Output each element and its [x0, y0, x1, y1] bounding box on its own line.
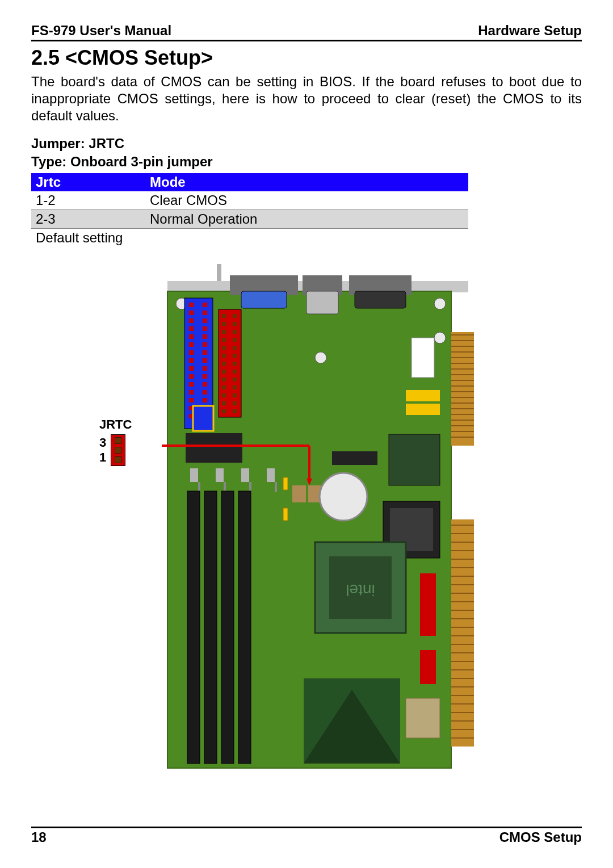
svg-rect-154 [406, 698, 440, 738]
svg-rect-73 [203, 342, 207, 347]
jrtc-pin3-label: 3 [99, 435, 107, 450]
svg-rect-135 [238, 491, 251, 764]
svg-rect-76 [189, 358, 194, 363]
svg-rect-56 [241, 291, 287, 308]
svg-rect-137 [283, 508, 288, 521]
svg-rect-103 [222, 354, 226, 358]
jrtc-pin1-label: 1 [99, 450, 107, 465]
board-diagram: JRTC 3 1 [31, 258, 582, 775]
jrtc-pin [115, 437, 121, 444]
svg-point-52 [434, 298, 446, 309]
svg-rect-107 [222, 370, 226, 374]
svg-rect-124 [190, 468, 198, 482]
svg-rect-145 [389, 434, 440, 485]
svg-rect-66 [189, 318, 194, 323]
svg-rect-141 [292, 485, 306, 502]
type-label: Type: Onboard 3-pin jumper [31, 154, 582, 170]
svg-rect-60 [355, 291, 406, 308]
svg-rect-99 [222, 338, 226, 342]
table-row: 2-3 Normal Operation [31, 210, 468, 229]
table-cell-mode: Normal Operation [145, 210, 468, 229]
svg-rect-118 [233, 409, 237, 413]
svg-rect-58 [306, 291, 338, 314]
svg-rect-106 [233, 362, 237, 366]
svg-rect-119 [186, 433, 242, 463]
svg-rect-136 [283, 477, 288, 490]
svg-rect-113 [222, 393, 226, 397]
svg-rect-111 [222, 385, 226, 389]
footer-section: CMOS Setup [499, 829, 582, 845]
section-title: 2.5 <CMOS Setup> [31, 46, 582, 70]
svg-rect-131 [275, 482, 277, 492]
svg-rect-96 [233, 322, 237, 326]
header-right: Hardware Setup [478, 23, 582, 39]
svg-rect-65 [203, 311, 207, 315]
default-setting: Default setting [31, 229, 582, 247]
svg-rect-114 [233, 393, 237, 397]
svg-rect-62 [189, 303, 194, 307]
svg-rect-117 [222, 409, 226, 413]
svg-rect-80 [189, 374, 194, 379]
jrtc-callout-title: JRTC [99, 417, 132, 432]
table-cell-jrtc: 2-3 [31, 210, 145, 229]
svg-rect-98 [233, 330, 237, 334]
jrtc-jumper-block [111, 434, 125, 466]
jrtc-pin [115, 447, 121, 454]
svg-rect-127 [224, 482, 226, 492]
svg-rect-85 [203, 390, 207, 395]
svg-rect-68 [189, 326, 194, 331]
svg-rect-81 [203, 374, 207, 379]
jumper-label: Jumper: JRTC [31, 136, 582, 152]
table-cell-jrtc: 1-2 [31, 191, 145, 210]
motherboard-illustration: intel [162, 258, 480, 769]
table-header-mode: Mode [145, 173, 468, 191]
svg-point-51 [315, 352, 326, 363]
svg-point-143 [320, 473, 367, 521]
svg-rect-70 [189, 334, 194, 339]
table-header-row: Jrtc Mode [31, 173, 468, 191]
svg-rect-108 [233, 370, 237, 374]
svg-rect-105 [222, 362, 226, 366]
header-left: FS-979 User's Manual [31, 23, 171, 39]
svg-rect-63 [203, 303, 207, 307]
page-footer: 18 CMOS Setup [31, 827, 582, 845]
svg-rect-134 [221, 491, 234, 764]
body-text: The board's data of CMOS can be setting … [31, 73, 582, 124]
svg-rect-116 [233, 401, 237, 405]
svg-rect-87 [203, 398, 207, 402]
svg-rect-67 [203, 318, 207, 323]
svg-rect-112 [233, 385, 237, 389]
svg-rect-78 [189, 366, 194, 371]
svg-rect-71 [203, 334, 207, 339]
svg-rect-64 [189, 311, 194, 315]
svg-rect-84 [189, 390, 194, 395]
svg-rect-129 [249, 482, 251, 492]
svg-rect-123 [406, 404, 440, 415]
svg-rect-102 [233, 346, 237, 350]
svg-rect-126 [216, 468, 224, 482]
svg-rect-83 [203, 382, 207, 387]
svg-rect-3 [451, 332, 474, 446]
svg-rect-97 [222, 330, 226, 334]
svg-rect-133 [204, 491, 217, 764]
page-header: FS-979 User's Manual Hardware Setup [31, 23, 582, 41]
svg-rect-130 [267, 468, 275, 482]
svg-rect-82 [189, 382, 194, 387]
svg-rect-120 [193, 406, 213, 431]
cpu-label: intel [346, 581, 375, 599]
svg-rect-132 [187, 491, 200, 764]
svg-rect-144 [332, 451, 377, 465]
svg-rect-125 [198, 482, 200, 492]
svg-rect-109 [222, 378, 226, 381]
svg-rect-101 [222, 346, 226, 350]
svg-rect-79 [203, 366, 207, 371]
svg-rect-104 [233, 354, 237, 358]
table-header-jrtc: Jrtc [31, 173, 145, 191]
svg-rect-115 [222, 401, 226, 405]
svg-rect-74 [189, 350, 194, 355]
svg-rect-69 [203, 326, 207, 331]
svg-rect-93 [222, 314, 226, 318]
jrtc-pin [115, 456, 121, 463]
svg-rect-77 [203, 358, 207, 363]
svg-rect-95 [222, 322, 226, 326]
